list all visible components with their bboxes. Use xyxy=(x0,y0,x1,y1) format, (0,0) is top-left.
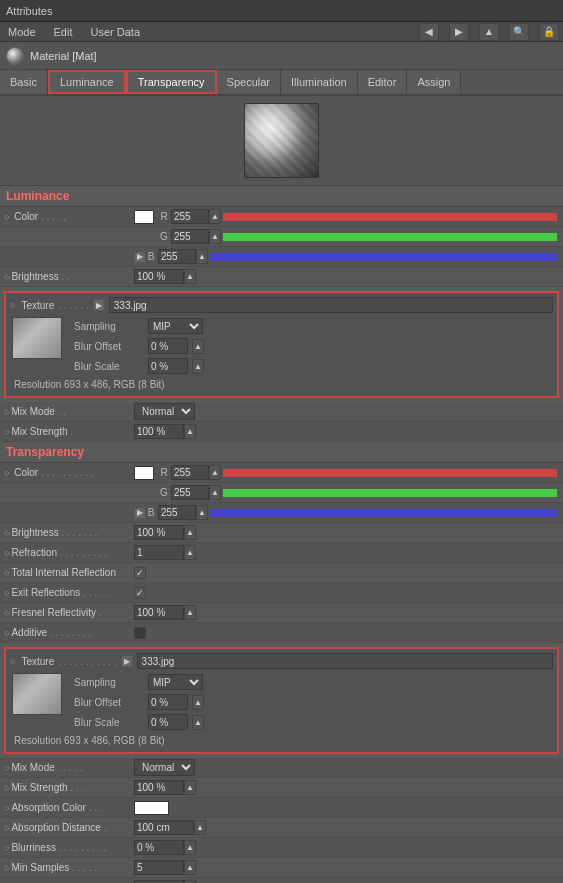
color-g-input[interactable] xyxy=(171,229,209,244)
min-samples-input[interactable] xyxy=(134,860,184,875)
tab-illumination[interactable]: Illumination xyxy=(281,70,358,94)
refraction-label: ○Refraction . . . . . . . . . xyxy=(4,547,134,558)
color-r-input[interactable] xyxy=(171,209,209,224)
mix-strength-lum-input[interactable] xyxy=(134,424,184,439)
trans-color-r-slider[interactable] xyxy=(223,469,557,477)
tab-transparency[interactable]: Transparency xyxy=(126,70,217,94)
refraction-row: ○Refraction . . . . . . . . . ▲ xyxy=(0,543,563,563)
trans-color-b-slider[interactable] xyxy=(210,509,557,517)
refraction-input[interactable] xyxy=(134,545,184,560)
texture-lum-bar[interactable]: 333.jpg xyxy=(109,297,553,313)
refraction-spin[interactable]: ▲ xyxy=(184,545,196,560)
material-label: Material [Mat] xyxy=(30,50,97,62)
trans-color-g-row: G ▲ xyxy=(0,483,563,503)
absorption-distance-spin[interactable]: ▲ xyxy=(194,820,206,835)
tab-assign[interactable]: Assign xyxy=(407,70,461,94)
texture-trans-box: ○ Texture . . . . . . . . . . . ▶ 333.jp… xyxy=(4,647,559,754)
color-r-slider[interactable] xyxy=(223,213,557,221)
min-samples-spin[interactable]: ▲ xyxy=(184,860,196,875)
texture-lum-header: ○ Texture . . . . . . ▶ 333.jpg xyxy=(10,297,553,313)
blur-offset-trans-row: Blur Offset ▲ xyxy=(74,693,551,711)
exit-reflections-checkbox[interactable]: ✓ xyxy=(134,587,146,599)
blur-offset-lum-input[interactable] xyxy=(148,338,188,354)
sampling-lum-select[interactable]: MIP None SAT xyxy=(148,318,203,334)
mix-mode-lum-select[interactable]: Normal xyxy=(134,403,195,420)
color-b-slider[interactable] xyxy=(210,253,557,261)
trans-color-r-spin[interactable]: ▲ xyxy=(209,465,221,480)
nav-up-icon[interactable]: ▲ xyxy=(479,23,499,41)
trans-color-r-input[interactable] xyxy=(171,465,209,480)
trans-color-b-input[interactable] xyxy=(158,505,196,520)
nav-back-icon[interactable]: ◀ xyxy=(419,23,439,41)
texture-trans-filename: 333.jpg xyxy=(142,656,175,667)
menu-userdata[interactable]: User Data xyxy=(87,26,145,38)
color-swatch-trans[interactable] xyxy=(134,466,154,480)
total-internal-reflection-checkbox[interactable]: ✓ xyxy=(134,567,146,579)
texture-lum-settings: Sampling MIP None SAT Blur Offset ▲ Blur… xyxy=(74,317,551,377)
search-icon[interactable]: 🔍 xyxy=(509,23,529,41)
blur-scale-lum-input[interactable] xyxy=(148,358,188,374)
sampling-trans-select[interactable]: MIP None SAT xyxy=(148,674,203,690)
lock-icon[interactable]: 🔒 xyxy=(539,23,559,41)
blur-scale-trans-input[interactable] xyxy=(148,714,188,730)
brightness-lum-spin[interactable]: ▲ xyxy=(184,269,196,284)
tab-luminance[interactable]: Luminance xyxy=(48,70,126,94)
menu-mode[interactable]: Mode xyxy=(4,26,40,38)
mix-mode-trans-select[interactable]: Normal xyxy=(134,759,195,776)
fresnel-input[interactable] xyxy=(134,605,184,620)
trans-color-g-slider[interactable] xyxy=(223,489,557,497)
nav-forward-icon[interactable]: ▶ xyxy=(449,23,469,41)
blur-scale-lum-spin[interactable]: ▲ xyxy=(192,359,204,374)
brightness-lum-input[interactable] xyxy=(134,269,184,284)
trans-color-g-input[interactable] xyxy=(171,485,209,500)
luminance-section-label: Luminance xyxy=(0,186,563,207)
trans-color-b-row: ▶ B ▲ xyxy=(0,503,563,523)
menu-edit[interactable]: Edit xyxy=(50,26,77,38)
additive-checkbox[interactable] xyxy=(134,627,146,639)
color-g-row: G ▲ xyxy=(0,227,563,247)
absorption-color-swatch[interactable] xyxy=(134,801,169,815)
brightness-trans-input[interactable] xyxy=(134,525,184,540)
fresnel-spin[interactable]: ▲ xyxy=(184,605,196,620)
tab-basic[interactable]: Basic xyxy=(0,70,48,94)
absorption-distance-input[interactable] xyxy=(134,820,194,835)
blurriness-input[interactable] xyxy=(134,840,184,855)
blurriness-spin[interactable]: ▲ xyxy=(184,840,196,855)
sampling-lum-label: Sampling xyxy=(74,321,144,332)
texture-trans-settings: Sampling MIP None SAT Blur Offset ▲ Blur… xyxy=(74,673,551,733)
texture-lum-expand[interactable]: ▶ xyxy=(93,299,105,311)
color-r-spin[interactable]: ▲ xyxy=(209,209,221,224)
color-g-slider[interactable] xyxy=(223,233,557,241)
color-b-spin[interactable]: ▲ xyxy=(196,249,208,264)
blur-offset-trans-input[interactable] xyxy=(148,694,188,710)
blur-scale-trans-spin[interactable]: ▲ xyxy=(192,715,204,730)
mix-strength-lum-spin[interactable]: ▲ xyxy=(184,424,196,439)
preview-area xyxy=(0,96,563,186)
total-internal-reflection-row: ○Total Internal Reflection ✓ xyxy=(0,563,563,583)
tab-editor[interactable]: Editor xyxy=(358,70,408,94)
texture-trans-expand[interactable]: ▶ xyxy=(121,655,133,667)
fresnel-row: ○Fresnel Reflectivity . ▲ xyxy=(0,603,563,623)
mix-mode-lum-label: ○Mix Mode . . xyxy=(4,406,134,417)
sampling-trans-label: Sampling xyxy=(74,677,144,688)
mix-strength-trans-input[interactable] xyxy=(134,780,184,795)
mix-strength-trans-spin[interactable]: ▲ xyxy=(184,780,196,795)
trans-color-g-spin[interactable]: ▲ xyxy=(209,485,221,500)
texture-lum-preview xyxy=(12,317,62,359)
color-g-spin[interactable]: ▲ xyxy=(209,229,221,244)
color-swatch-lum[interactable] xyxy=(134,210,154,224)
blur-offset-trans-label: Blur Offset xyxy=(74,697,144,708)
blurriness-row: ○Blurriness . . . . . . . . . ▲ xyxy=(0,838,563,858)
brightness-lum-label: ○Brightness . . xyxy=(4,271,134,282)
trans-color-b-spin[interactable]: ▲ xyxy=(196,505,208,520)
title-bar: Attributes xyxy=(0,0,563,22)
color-b-input[interactable] xyxy=(158,249,196,264)
tab-specular[interactable]: Specular xyxy=(217,70,281,94)
blur-offset-trans-spin[interactable]: ▲ xyxy=(192,695,204,710)
brightness-trans-spin[interactable]: ▲ xyxy=(184,525,196,540)
texture-trans-bar[interactable]: 333.jpg xyxy=(137,653,553,669)
mix-mode-lum-row: ○Mix Mode . . Normal xyxy=(0,402,563,422)
blur-offset-lum-spin[interactable]: ▲ xyxy=(192,339,204,354)
blur-scale-trans-row: Blur Scale ▲ xyxy=(74,713,551,731)
absorption-distance-label: ○Absorption Distance . xyxy=(4,822,134,833)
